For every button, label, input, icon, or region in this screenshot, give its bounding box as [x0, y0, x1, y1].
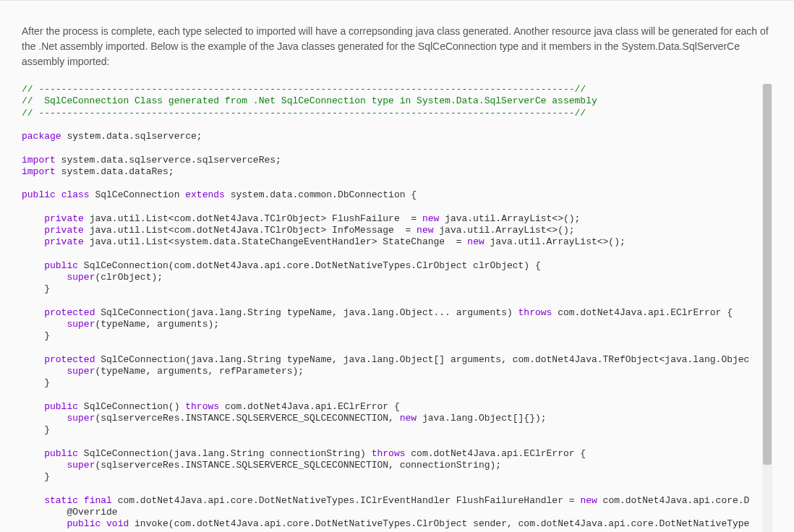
code-text: java.util.List<system.data.StateChangeEv… — [84, 236, 468, 247]
code-indent — [22, 319, 67, 330]
code-keyword: super — [67, 460, 95, 471]
code-keyword: public — [44, 260, 78, 271]
code-indent — [22, 518, 67, 529]
code-text: java.util.List<com.dotNet4Java.TClrObjec… — [84, 225, 417, 236]
code-keyword: super — [67, 319, 95, 330]
code-text: java.util.ArrayList<>(); — [484, 236, 626, 247]
code-text: } — [22, 283, 50, 294]
intro-paragraph: After the process is complete, each type… — [22, 24, 772, 69]
code-text: (typeName, arguments, refParameters); — [95, 366, 304, 377]
code-indent — [22, 307, 44, 318]
code-keyword: super — [67, 366, 95, 377]
code-text: (sqlserverceRes.INSTANCE.SQLSERVERCE_SQL… — [95, 413, 399, 424]
code-keyword: extends — [185, 189, 225, 200]
code-keyword: private — [44, 236, 84, 247]
code-scroll-wrapper: // -------------------------------------… — [22, 84, 772, 532]
code-text — [101, 518, 106, 529]
scrollbar-track[interactable] — [762, 84, 772, 532]
code-indent — [22, 448, 44, 459]
code-text: system.data.sqlserverce; — [61, 131, 202, 142]
code-keyword: public — [67, 518, 101, 529]
code-text: } — [22, 424, 50, 435]
code-text: java.util.ArrayList<>(); — [439, 213, 580, 224]
code-text: SqlCeConnection(java.lang.String typeNam… — [95, 354, 749, 365]
code-text — [78, 495, 84, 506]
code-text: @Override — [22, 507, 118, 518]
code-keyword: public — [22, 189, 56, 200]
code-keyword: new — [467, 236, 484, 247]
code-keyword: public — [44, 448, 78, 459]
code-keyword: new — [580, 495, 597, 506]
code-keyword: package — [22, 131, 61, 142]
code-text: java.util.ArrayList<>(); — [434, 225, 575, 236]
code-keyword: new — [417, 225, 433, 236]
code-comment: // -------------------------------------… — [22, 108, 586, 119]
code-text: SqlCeConnection(com.dotNet4Java.api.core… — [78, 260, 541, 271]
code-text: } — [22, 330, 50, 341]
code-keyword: import — [22, 166, 56, 177]
code-keyword: throws — [185, 401, 219, 412]
code-text: com.dotNet4Java.api.EClrError { — [219, 401, 400, 412]
code-keyword: import — [22, 155, 56, 166]
code-text: } — [22, 471, 50, 482]
code-text: com.dotNet4Java.api.core.DotNetNativeTyp… — [112, 495, 581, 506]
code-keyword: class — [61, 189, 90, 200]
code-keyword: static — [44, 495, 78, 506]
code-keyword: public — [44, 401, 78, 412]
code-keyword: void — [106, 518, 129, 529]
code-keyword: new — [422, 213, 439, 224]
code-text: system.data.sqlserverce.sqlserverceRes; — [56, 155, 281, 166]
code-text: SqlCeConnection — [90, 189, 186, 200]
code-text: (clrObject); — [95, 272, 163, 283]
code-comment: // SqlCeConnection Class generated from … — [22, 95, 597, 106]
scrollbar-thumb[interactable] — [763, 84, 772, 465]
code-text — [56, 189, 61, 200]
code-indent — [22, 236, 44, 247]
code-text: SqlCeConnection() — [78, 401, 185, 412]
code-text: system.data.dataRes; — [56, 166, 174, 177]
code-indent — [22, 225, 44, 236]
code-text: com.dotNet4Java.api.core.D — [597, 495, 750, 506]
code-indent — [22, 366, 67, 377]
code-indent — [22, 272, 67, 283]
code-text: invoke(com.dotNet4Java.api.core.DotNetNa… — [129, 518, 749, 529]
code-indent — [22, 213, 44, 224]
code-text: (typeName, arguments); — [95, 319, 219, 330]
code-indent — [22, 401, 44, 412]
code-text: (sqlserverceRes.INSTANCE.SQLSERVERCE_SQL… — [95, 460, 501, 471]
code-keyword: private — [44, 213, 84, 224]
code-keyword: throws — [518, 307, 552, 318]
code-text: system.data.common.DbConnection { — [225, 189, 417, 200]
document-container: After the process is complete, each type… — [0, 1, 794, 532]
code-keyword: private — [44, 225, 84, 236]
code-keyword: protected — [44, 307, 95, 318]
code-keyword: new — [400, 413, 417, 424]
code-text: java.lang.Object[]{}); — [417, 413, 546, 424]
code-indent — [22, 354, 44, 365]
code-block: // -------------------------------------… — [22, 84, 772, 532]
code-indent — [22, 413, 67, 424]
code-indent — [22, 260, 44, 271]
code-keyword: super — [67, 272, 95, 283]
code-keyword: throws — [372, 448, 406, 459]
code-text: } — [22, 377, 50, 388]
code-keyword: final — [84, 495, 112, 506]
code-text: com.dotNet4Java.api.EClrError { — [406, 448, 586, 459]
code-keyword: protected — [44, 354, 95, 365]
code-indent — [22, 460, 67, 471]
code-comment: // -------------------------------------… — [22, 84, 586, 95]
code-text: java.util.List<com.dotNet4Java.TClrObjec… — [84, 213, 422, 224]
code-keyword: super — [67, 413, 95, 424]
code-text: SqlCeConnection(java.lang.String connect… — [78, 448, 372, 459]
code-indent — [22, 495, 44, 506]
code-text: com.dotNet4Java.api.EClrError { — [552, 307, 733, 318]
code-text: SqlCeConnection(java.lang.String typeNam… — [95, 307, 518, 318]
